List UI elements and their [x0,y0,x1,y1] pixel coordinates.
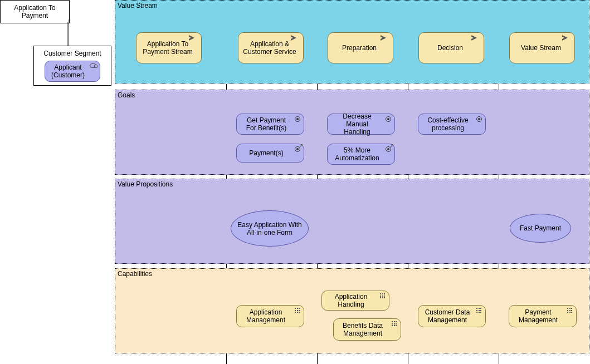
cap-app-mgmt: Application Management [236,305,304,327]
cap-app-handling: Application Handling [321,291,389,311]
goal-target-icon [476,116,482,122]
cap-benefits: Benefits Data Management [333,318,401,341]
vp-fast-payment-label: Fast Payment [520,224,561,232]
cap-lane-label: Capabilities [118,270,152,278]
cap-app-mgmt-label: Application Management [241,308,290,324]
goal-payment: Payment(s) [236,144,304,163]
value-stream-lane-label: Value Stream [118,2,158,9]
arrow-icon [381,35,389,41]
stream-node-0: Application To Payment Stream [136,32,202,63]
capability-icon [476,308,482,313]
vp-lane-label: Value Propositions [118,180,173,188]
goal-cost: Cost-effective processing [418,114,486,135]
arrow-icon [291,35,300,41]
cap-app-handling-label: Application Handling [326,293,376,308]
goals-lane-label: Goals [118,91,135,99]
goal-cost-label: Cost-effective processing [423,116,473,132]
vp-easy-app-label: Easy Application With All-in-one Form [237,221,303,237]
customer-segment-label: Customer Segment [43,50,101,57]
goal-auto-label: 5% More Automatization [332,146,382,162]
stream-node-2: Preparation [328,32,393,63]
arrow-icon [189,35,198,41]
goal-target-icon [295,116,300,122]
stream-node-0-label: Application To Payment Stream [141,40,194,56]
capability-icon [392,321,397,327]
role-icon [90,63,96,68]
capability-icon [567,308,573,313]
stream-node-4-label: Value Stream [521,44,561,52]
cap-customer: Customer Data Management [418,305,486,327]
stream-node-1: Application & Customer Service [238,32,304,63]
goal-benefit-label: Get Payment For Benefit(s) [241,116,291,132]
stream-node-1-label: Application & Customer Service [243,40,296,56]
stream-node-2-label: Preparation [342,44,377,52]
customer-segment-box: Customer Segment Applicant (Customer) [33,46,111,86]
stream-node-3-label: Decision [437,44,463,52]
goal-benefit: Get Payment For Benefit(s) [236,114,304,135]
applicant-label: Applicant (Customer) [51,63,85,79]
title-box: Application To Payment [0,0,70,23]
capability-icon [380,293,386,299]
cap-customer-label: Customer Data Management [423,308,472,324]
goal-payment-label: Payment(s) [249,149,283,157]
vp-easy-app: Easy Application With All-in-one Form [231,210,309,247]
goal-target-icon [386,116,391,122]
cap-payment-label: Payment Management [514,308,563,324]
arrow-icon [562,35,571,41]
goal-auto: 5% More Automatization [327,144,395,165]
cap-payment: Payment Management [509,305,577,327]
goal-target-arrow-icon [295,146,300,152]
title-text: Application To Payment [14,4,56,19]
vp-fast-payment: Fast Payment [510,214,571,243]
goal-decrease-label: Decrease Manual Handling [332,112,382,136]
applicant-role: Applicant (Customer) [45,61,100,82]
cap-benefits-label: Benefits Data Management [338,322,387,337]
arrow-icon [471,35,480,41]
capability-icon [295,308,300,313]
goal-target-arrow-icon [386,146,391,152]
goal-decrease: Decrease Manual Handling [327,114,395,135]
stream-node-3: Decision [418,32,484,63]
stream-node-4: Value Stream [509,32,575,63]
